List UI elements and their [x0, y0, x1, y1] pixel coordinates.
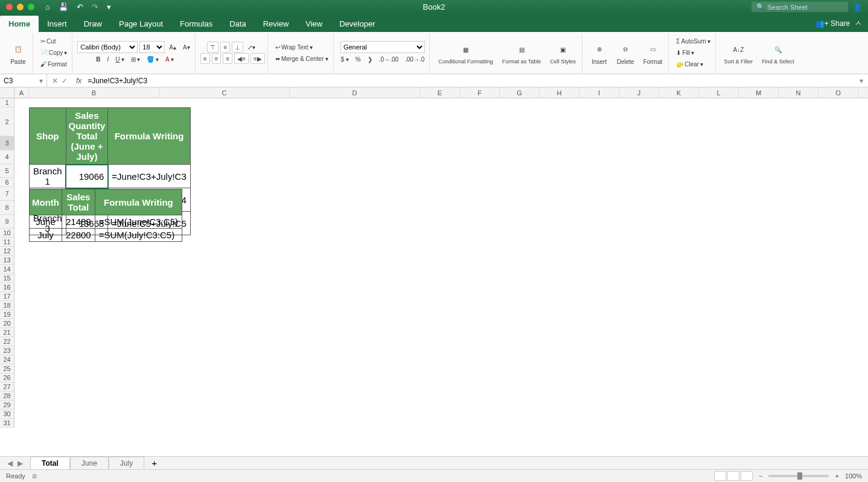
comma-icon[interactable]: ❯	[365, 54, 375, 65]
align-top-icon[interactable]: ⊤	[207, 42, 219, 52]
row-header[interactable]: 22	[0, 337, 14, 346]
orientation-icon[interactable]: ⤢▾	[245, 42, 258, 52]
copy-button[interactable]: 📄 Copy ▾	[38, 48, 69, 59]
sheet-tab-total[interactable]: Total	[30, 457, 70, 469]
insert-cells-button[interactable]: ⊕Insert	[587, 36, 611, 70]
search-sheet-box[interactable]: 🔍 Search Sheet	[752, 2, 848, 12]
table-cell[interactable]: =June!C3+July!C3	[108, 165, 190, 188]
row-header[interactable]: 16	[0, 283, 14, 292]
borders-button[interactable]: ⊞ ▾	[129, 54, 143, 65]
cell-styles-button[interactable]: ▣Cell Styles	[546, 36, 579, 70]
fill-button[interactable]: ⬇ Fill ▾	[674, 48, 697, 59]
home-icon[interactable]: ⌂	[45, 2, 50, 11]
percent-icon[interactable]: %	[353, 54, 363, 65]
column-header[interactable]: N	[779, 87, 819, 98]
table-header[interactable]: Formula Writing	[95, 189, 182, 215]
conditional-formatting-button[interactable]: ▦Conditional Formatting	[435, 36, 497, 70]
formula-input[interactable]: =June!C3+July!C3	[85, 77, 855, 85]
decrease-indent-icon[interactable]: ◀≡	[234, 53, 249, 64]
row-header[interactable]: 15	[0, 274, 14, 283]
column-header[interactable]: H	[540, 87, 579, 98]
save-icon[interactable]: 💾	[59, 2, 68, 11]
fill-color-button[interactable]: 🪣 ▾	[144, 54, 161, 65]
increase-indent-icon[interactable]: ≡▶	[251, 53, 265, 64]
row-header[interactable]: 27	[0, 382, 14, 392]
table-header[interactable]: Sales Total	[62, 189, 95, 215]
bold-button[interactable]: B	[94, 54, 103, 65]
row-header[interactable]: 31	[0, 419, 14, 428]
sort-filter-button[interactable]: A↓ZSort & Filter	[721, 36, 757, 70]
autosum-button[interactable]: Σ AutoSum ▾	[674, 36, 712, 47]
row-header[interactable]: 4	[0, 150, 14, 164]
align-middle-icon[interactable]: ≡	[220, 42, 230, 52]
zoom-level[interactable]: 100%	[845, 472, 862, 480]
row-header[interactable]: 24	[0, 355, 14, 364]
table-header[interactable]: Sales Quantity Total (June + July)	[66, 108, 108, 165]
row-header[interactable]: 17	[0, 292, 14, 301]
redo-icon[interactable]: ↷	[92, 2, 98, 11]
delete-cells-button[interactable]: ⊖Delete	[613, 36, 638, 70]
row-header[interactable]: 7	[0, 187, 14, 201]
align-right-icon[interactable]: ≡	[223, 53, 232, 64]
table-cell[interactable]: 19066	[66, 165, 108, 188]
row-header[interactable]: 28	[0, 392, 14, 401]
row-header[interactable]: 2	[0, 107, 14, 136]
column-header[interactable]: F	[460, 87, 500, 98]
row-header[interactable]: 19	[0, 310, 14, 319]
column-header[interactable]: L	[699, 87, 739, 98]
zoom-in-icon[interactable]: +	[835, 472, 838, 480]
format-cells-button[interactable]: ▭Format	[640, 36, 666, 70]
table-cell[interactable]: July	[30, 229, 62, 242]
fx-icon[interactable]: fx	[72, 77, 85, 85]
font-color-button[interactable]: A ▾	[163, 54, 176, 65]
normal-view-icon[interactable]	[714, 471, 726, 481]
expand-formula-bar-icon[interactable]: ▾	[855, 77, 868, 85]
format-as-table-button[interactable]: ▤Format as Table	[499, 36, 544, 70]
macro-record-icon[interactable]: ⎚	[33, 472, 37, 480]
column-header[interactable]: E	[420, 87, 460, 98]
table-header[interactable]: Shop	[30, 108, 66, 165]
clear-button[interactable]: 🧽 Clear ▾	[674, 59, 706, 70]
decrease-font-icon[interactable]: A▾	[180, 42, 193, 52]
page-break-view-icon[interactable]	[741, 471, 753, 481]
select-all-corner[interactable]	[0, 87, 14, 98]
maximize-window-icon[interactable]	[28, 4, 34, 10]
tab-data[interactable]: Data	[221, 16, 254, 32]
row-header[interactable]: 30	[0, 410, 14, 419]
table-cell[interactable]: =SUM(June!C3:C5)	[95, 215, 182, 229]
row-header[interactable]: 14	[0, 265, 14, 274]
column-header[interactable]: C	[159, 87, 290, 98]
column-header[interactable]: A	[14, 87, 29, 98]
row-header[interactable]: 21	[0, 328, 14, 337]
table-header[interactable]: Month	[30, 189, 62, 215]
row-header[interactable]: 20	[0, 319, 14, 328]
tab-review[interactable]: Review	[255, 16, 298, 32]
collapse-ribbon-icon[interactable]: ㅅ	[855, 18, 862, 28]
row-header[interactable]: 3	[0, 136, 14, 150]
enter-formula-icon[interactable]: ✓	[62, 77, 68, 85]
column-header[interactable]: D	[290, 87, 420, 98]
row-header[interactable]: 11	[0, 238, 14, 247]
paste-button[interactable]: 📋 Paste	[6, 36, 30, 70]
zoom-out-icon[interactable]: −	[759, 472, 762, 480]
row-header[interactable]: 1	[0, 98, 14, 107]
merge-center-button[interactable]: ⬌ Merge & Center ▾	[273, 53, 331, 64]
cancel-formula-icon[interactable]: ✕	[52, 77, 58, 85]
tab-formulas[interactable]: Formulas	[171, 16, 221, 32]
minimize-window-icon[interactable]	[17, 4, 24, 10]
underline-button[interactable]: U ▾	[113, 54, 126, 65]
cut-button[interactable]: ✂ Cut	[38, 36, 59, 47]
increase-font-icon[interactable]: A▴	[167, 42, 179, 52]
row-header[interactable]: 23	[0, 346, 14, 355]
row-header[interactable]: 6	[0, 178, 14, 187]
row-header[interactable]: 10	[0, 229, 14, 238]
tab-developer[interactable]: Developer	[331, 16, 383, 32]
table-cell[interactable]: =SUM(July!C3:C5)	[95, 229, 182, 242]
row-header[interactable]: 5	[0, 164, 14, 178]
tab-draw[interactable]: Draw	[75, 16, 110, 32]
font-size-select[interactable]: 18	[139, 41, 165, 53]
column-header[interactable]: B	[29, 87, 159, 98]
row-header[interactable]: 25	[0, 364, 14, 373]
table-cell[interactable]: Branch 1	[30, 165, 66, 188]
column-header[interactable]: M	[739, 87, 779, 98]
